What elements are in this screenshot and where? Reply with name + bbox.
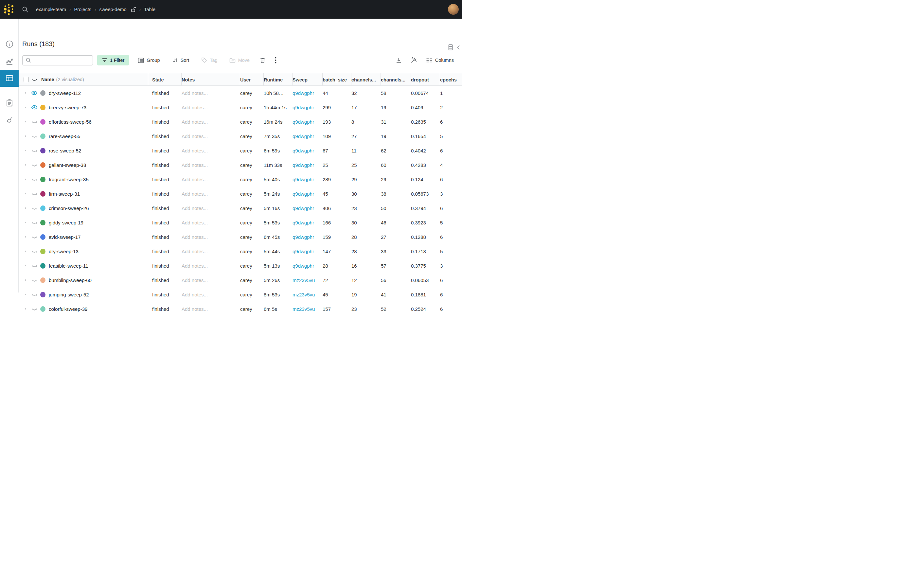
run-name-link[interactable]: effortless-sweep-56 xyxy=(49,119,92,125)
notes-cell[interactable]: Add notes... xyxy=(182,277,240,283)
row-drag-handle[interactable] xyxy=(25,236,26,237)
run-name-link[interactable]: feasible-sweep-11 xyxy=(49,263,88,269)
run-name-link[interactable]: firm-sweep-31 xyxy=(49,191,80,197)
run-name-link[interactable]: rare-sweep-55 xyxy=(49,133,81,139)
columns-button[interactable]: Columns xyxy=(426,58,454,63)
column-header-user[interactable]: User xyxy=(240,73,264,86)
run-name-link[interactable]: jumping-sweep-52 xyxy=(49,292,89,293)
eye-hidden-icon[interactable] xyxy=(31,277,38,283)
user-avatar[interactable] xyxy=(448,4,459,15)
column-header-epochs[interactable]: epochs xyxy=(440,73,462,86)
notes-cell[interactable]: Add notes... xyxy=(182,177,240,182)
row-drag-handle[interactable] xyxy=(25,250,26,252)
row-drag-handle[interactable] xyxy=(25,222,26,223)
breadcrumb-projects[interactable]: Projects xyxy=(74,7,91,12)
run-name-link[interactable]: dry-sweep-13 xyxy=(49,249,79,254)
magic-wand-icon[interactable] xyxy=(411,57,417,63)
sweep-link[interactable]: q9dwgphr xyxy=(292,162,323,168)
column-header-channels-2[interactable]: channels... xyxy=(381,73,411,86)
filter-button[interactable]: 1 Filter xyxy=(97,55,129,66)
run-name-link[interactable]: avid-sweep-17 xyxy=(49,234,81,240)
run-name-link[interactable]: rose-sweep-52 xyxy=(49,148,81,153)
sidebar-item-notes[interactable] xyxy=(0,94,19,112)
notes-cell[interactable]: Add notes... xyxy=(182,206,240,211)
eye-hidden-icon[interactable] xyxy=(31,205,38,211)
column-header-dropout[interactable]: dropout xyxy=(411,73,440,86)
row-drag-handle[interactable] xyxy=(25,193,26,194)
breadcrumb-team[interactable]: example-team xyxy=(36,7,66,12)
delete-button[interactable] xyxy=(260,57,266,63)
sweep-link[interactable]: q9dwgphr xyxy=(292,249,323,254)
sweep-link[interactable]: q9dwgphr xyxy=(292,263,323,269)
eye-hidden-icon[interactable] xyxy=(31,234,38,240)
column-header-name[interactable]: Name xyxy=(41,77,54,82)
row-drag-handle[interactable] xyxy=(25,279,26,281)
column-header-batch-size[interactable]: batch_size xyxy=(323,73,351,86)
eye-visible-icon[interactable] xyxy=(31,90,38,96)
sweep-link[interactable]: q9dwgphr xyxy=(292,105,323,110)
notes-cell[interactable]: Add notes... xyxy=(182,220,240,226)
row-drag-handle[interactable] xyxy=(25,92,26,94)
sweep-link[interactable]: mz23v5vu xyxy=(292,277,323,283)
select-all-checkbox[interactable] xyxy=(23,77,29,82)
sidebar-item-sweeps[interactable] xyxy=(0,112,19,129)
column-header-notes[interactable]: Notes xyxy=(182,73,240,86)
column-header-sweep[interactable]: Sweep xyxy=(292,73,323,86)
eye-hidden-icon[interactable] xyxy=(31,119,38,125)
sweep-link[interactable]: q9dwgphr xyxy=(292,234,323,240)
sweep-link[interactable]: q9dwgphr xyxy=(292,148,323,153)
sidebar-item-info[interactable]: i xyxy=(0,36,19,53)
run-name-link[interactable]: bumbling-sweep-60 xyxy=(49,277,92,283)
wandb-logo-icon[interactable] xyxy=(3,3,15,16)
sweep-link[interactable]: q9dwgphr xyxy=(292,206,323,211)
sweep-link[interactable]: q9dwgphr xyxy=(292,119,323,125)
row-drag-handle[interactable] xyxy=(25,135,26,137)
more-actions-button[interactable] xyxy=(275,57,277,63)
sweep-link[interactable]: mz23v5vu xyxy=(292,292,323,293)
sweep-link[interactable]: q9dwgphr xyxy=(292,220,323,226)
run-name-link[interactable]: crimson-sweep-26 xyxy=(49,206,89,211)
visualize-all-eye-icon[interactable] xyxy=(31,76,38,83)
sort-button[interactable]: Sort xyxy=(172,58,190,63)
notes-cell[interactable]: Add notes... xyxy=(182,263,240,269)
run-name-link[interactable]: breezy-sweep-73 xyxy=(49,105,86,110)
run-name-link[interactable]: fragrant-sweep-35 xyxy=(49,177,89,182)
move-button[interactable]: Move xyxy=(229,58,250,63)
notes-cell[interactable]: Add notes... xyxy=(182,292,240,293)
notes-cell[interactable]: Add notes... xyxy=(182,133,240,139)
eye-hidden-icon[interactable] xyxy=(31,190,38,197)
eye-hidden-icon[interactable] xyxy=(31,291,38,292)
run-name-link[interactable]: dry-sweep-112 xyxy=(49,90,81,96)
sweep-link[interactable]: q9dwgphr xyxy=(292,90,323,96)
column-header-runtime[interactable]: Runtime xyxy=(264,73,292,86)
sweep-link[interactable]: q9dwgphr xyxy=(292,133,323,139)
eye-hidden-icon[interactable] xyxy=(31,147,38,154)
column-header-channels-1[interactable]: channels... xyxy=(351,73,381,86)
notes-cell[interactable]: Add notes... xyxy=(182,162,240,168)
eye-visible-icon[interactable] xyxy=(31,104,38,110)
search-icon[interactable] xyxy=(21,6,29,13)
notes-cell[interactable]: Add notes... xyxy=(182,90,240,96)
notes-cell[interactable]: Add notes... xyxy=(182,234,240,240)
row-drag-handle[interactable] xyxy=(25,265,26,266)
group-button[interactable]: Group xyxy=(138,58,160,63)
notes-cell[interactable]: Add notes... xyxy=(182,249,240,254)
download-icon[interactable] xyxy=(396,57,402,63)
eye-hidden-icon[interactable] xyxy=(31,248,38,255)
row-drag-handle[interactable] xyxy=(25,164,26,166)
eye-hidden-icon[interactable] xyxy=(31,262,38,269)
eye-hidden-icon[interactable] xyxy=(31,133,38,139)
notes-cell[interactable]: Add notes... xyxy=(182,191,240,197)
sidebar-item-workspace[interactable] xyxy=(0,53,19,70)
tag-button[interactable]: Tag xyxy=(201,57,217,63)
row-drag-handle[interactable] xyxy=(25,150,26,151)
notes-cell[interactable]: Add notes... xyxy=(182,119,240,125)
notes-cell[interactable]: Add notes... xyxy=(182,105,240,110)
notes-cell[interactable]: Add notes... xyxy=(182,148,240,153)
row-drag-handle[interactable] xyxy=(25,179,26,180)
row-drag-handle[interactable] xyxy=(25,121,26,122)
sweep-link[interactable]: q9dwgphr xyxy=(292,191,323,197)
breadcrumb-page[interactable]: Table xyxy=(144,7,155,12)
sidebar-item-table[interactable] xyxy=(0,70,19,87)
sweep-link[interactable]: q9dwgphr xyxy=(292,177,323,182)
